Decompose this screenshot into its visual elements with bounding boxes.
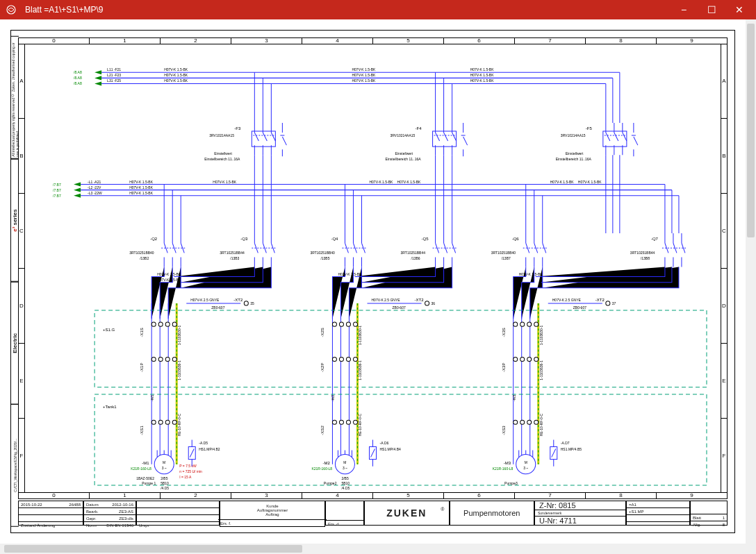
svg-text:H07V-K  2.5 GNYE: H07V-K 2.5 GNYE (552, 298, 582, 302)
svg-text:1-1103630-1: 1-1103630-1 (539, 326, 543, 346)
svg-marker-57 (74, 188, 81, 192)
svg-text:K21R-160-L8: K21R-160-L8 (311, 467, 332, 471)
svg-text:-A.D5: -A.D5 (199, 441, 208, 445)
sheet-border-inner: 0 1 2 3 4 5 6 7 8 9 0 1 2 3 4 5 (18, 37, 728, 499)
svg-text:H07V-K   1.5-BK: H07V-K 1.5-BK (470, 73, 495, 77)
svg-text:/7.B7: /7.B7 (53, 194, 61, 198)
svg-text:5B10: 5B10 (161, 481, 169, 485)
svg-text:1-1103636-1: 1-1103636-1 (177, 360, 181, 380)
grid-rows-right: A B C D E F (721, 44, 727, 493)
svg-text:-M2: -M2 (322, 461, 330, 465)
svg-text:/8.A8: /8.A8 (74, 81, 82, 85)
app-icon (4, 3, 18, 17)
svg-text:H07V-K  2.5 GNYE: H07V-K 2.5 GNYE (371, 298, 400, 302)
svg-text:-L3   -22W: -L3 -22W (88, 191, 102, 195)
svg-point-134 (425, 301, 429, 305)
svg-text:H07V-K   1.5-BK: H07V-K 1.5-BK (338, 272, 362, 276)
svg-text:-L1   -A21: -L1 -A21 (88, 180, 101, 184)
svg-text:/13B3: /13B3 (230, 256, 239, 260)
svg-text:-X1P: -X1P (140, 363, 144, 372)
svg-text:Pumpe3: Pumpe3 (504, 481, 518, 485)
title-bar[interactable]: Blatt =A1\+S1\+MP\9 − ☐ ✕ (0, 0, 756, 19)
svg-text:+Tank1: +Tank1 (103, 405, 117, 409)
svg-text:H07V-K   1.5-BK: H07V-K 1.5-BK (157, 272, 181, 276)
svg-text:H07V-K   1.5-BK: H07V-K 1.5-BK (470, 78, 495, 83)
minimize-button[interactable]: − (670, 0, 698, 19)
svg-text:-X3S: -X3S (502, 328, 506, 337)
svg-text:H07V-K   1.5-BK: H07V-K 1.5-BK (352, 78, 376, 83)
svg-text:-Q4: -Q4 (331, 237, 338, 241)
window-title: Blatt =A1\+S1\+MP\9 (25, 5, 103, 15)
svg-text:3RV10214AA15: 3RV10214AA15 (209, 133, 234, 137)
svg-text:L31   -F25: L31 -F25 (107, 78, 121, 83)
svg-text:/8.A8: /8.A8 (74, 76, 82, 80)
svg-text:HS1.MP/4.B5: HS1.MP/4.B5 (561, 447, 582, 451)
svg-text:-XT2: -XT2 (415, 298, 425, 302)
scrollbar-vertical[interactable] (746, 19, 756, 554)
svg-text:-X3P: -X3P (502, 363, 506, 372)
drawing-canvas[interactable]: All intellectual property rights reserve… (0, 19, 756, 554)
svg-text:3RV10214AA15: 3RV10214AA15 (391, 133, 416, 137)
svg-text:2/B5: 2/B5 (341, 476, 348, 480)
svg-text:-X2S: -X2S (320, 328, 324, 337)
svg-marker-55 (74, 183, 81, 187)
svg-text:Pumpe2: Pumpe2 (324, 481, 337, 485)
svg-text:ZB0-607: ZB0-607 (211, 305, 224, 310)
svg-point-140 (606, 301, 610, 305)
svg-text:2/B5: 2/B5 (161, 476, 167, 480)
svg-text:-XS1: -XS1 (140, 426, 144, 435)
svg-text:HE-10-RF-0-C: HE-10-RF-0-C (177, 414, 181, 437)
close-button[interactable]: ✕ (725, 0, 753, 19)
svg-text:-W3: -W3 (512, 395, 516, 401)
svg-text:/13B7: /13B7 (502, 256, 511, 260)
svg-text:-Q2: -Q2 (150, 237, 158, 241)
svg-marker-24 (94, 76, 101, 80)
svg-text:-Q5: -Q5 (422, 237, 429, 241)
svg-text:-XS2: -XS2 (320, 426, 324, 435)
svg-text:3RT10251BB40: 3RT10251BB40 (491, 251, 516, 255)
svg-text:/13B5: /13B5 (320, 256, 329, 260)
svg-text:H07V-K   1.5-BK: H07V-K 1.5-BK (470, 67, 495, 72)
svg-text:HS1.MP/4.B4: HS1.MP/4.B4 (380, 447, 401, 451)
svg-text:-L2   -22V: -L2 -22V (88, 185, 101, 190)
grid-cols-top: 0 1 2 3 4 5 6 7 8 9 (19, 38, 727, 44)
svg-text:/13B6: /13B6 (411, 256, 420, 260)
svg-text:-W2: -W2 (331, 395, 335, 401)
svg-text:I = 15 A: I = 15 A (179, 475, 192, 479)
schematic-drawing: M 3 ~ (25, 44, 721, 492)
svg-text:-X1S: -X1S (140, 328, 144, 337)
grid-cols-bottom: 0 1 2 3 4 5 6 7 8 9 (19, 492, 727, 498)
app-window: Blatt =A1\+S1\+MP\9 − ☐ ✕ All intellectu… (0, 0, 756, 554)
svg-marker-26 (94, 81, 101, 85)
svg-text:-M3: -M3 (504, 461, 511, 465)
svg-text:/13B8: /13B8 (641, 256, 650, 260)
svg-text:/7.B7: /7.B7 (53, 183, 61, 187)
svg-text:H07V-K   1.5-BK: H07V-K 1.5-BK (129, 191, 154, 195)
svg-text:/7.B7: /7.B7 (53, 188, 61, 192)
grid-rows-left: A B C D E F (19, 44, 25, 493)
svg-text:/4.D5: /4.D5 (161, 486, 169, 490)
svg-text:/4.D5: /4.D5 (341, 486, 350, 490)
svg-text:H07V-K   1.5-BK: H07V-K 1.5-BK (157, 278, 181, 282)
svg-text:3RT10251BB40: 3RT10251BB40 (310, 251, 335, 255)
u-number: U-Nr: 4711 (535, 516, 625, 525)
svg-text:3RT10251BB44: 3RT10251BB44 (220, 251, 245, 255)
svg-text:-Q3: -Q3 (240, 237, 248, 241)
svg-text:Einstellwert: Einstellwert (214, 151, 232, 156)
svg-text:3RV10214AA15: 3RV10214AA15 (561, 133, 586, 137)
svg-text:L21   -F23: L21 -F23 (107, 73, 121, 77)
drawing-title: Pumpenmotoren (450, 501, 534, 525)
svg-text:ZB0-607: ZB0-607 (573, 305, 586, 310)
scrollbar-horizontal[interactable] (0, 544, 746, 554)
maximize-button[interactable]: ☐ (698, 0, 725, 19)
svg-text:H07V-K  2.5 GNYE: H07V-K 2.5 GNYE (190, 298, 220, 302)
svg-text:H07V-K   1.5-BK: H07V-K 1.5-BK (519, 272, 543, 276)
svg-text:H07V-K   1.5-BK: H07V-K 1.5-BK (352, 73, 376, 77)
svg-text:-XT2: -XT2 (595, 298, 605, 302)
svg-text:-XS3: -XS3 (502, 426, 506, 435)
svg-text:Einstellwert: Einstellwert (566, 151, 584, 156)
sheet-border-outer: All intellectual property rights reserve… (10, 30, 735, 533)
svg-text:-F5: -F5 (586, 126, 593, 131)
svg-text:K21R-160-L8: K21R-160-L8 (493, 467, 513, 471)
svg-rect-142 (94, 310, 707, 387)
